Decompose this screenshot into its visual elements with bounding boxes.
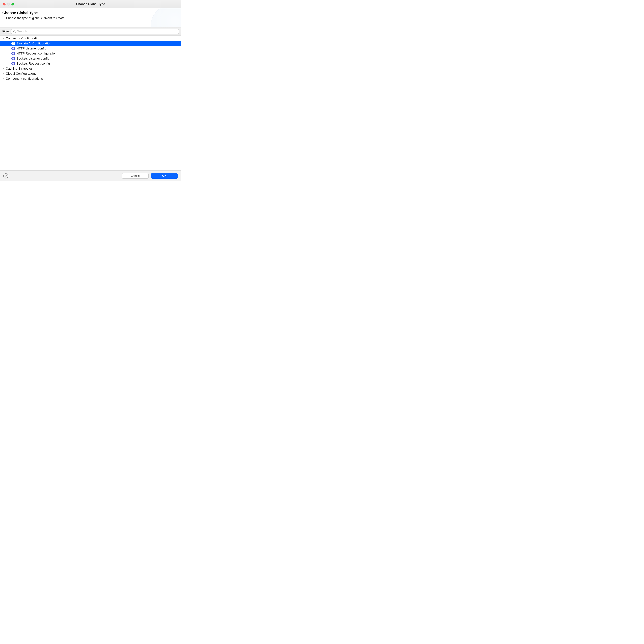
tree-group-label: Global Configurations	[5, 72, 36, 75]
window-minimize-button[interactable]	[7, 3, 10, 5]
help-button[interactable]: ?	[3, 173, 8, 178]
tree-item[interactable]: HTTP Request configuration	[0, 51, 181, 56]
tree-item[interactable]: HTTP Listener config	[0, 46, 181, 51]
tree-group-label: Component configurations	[5, 77, 43, 81]
svg-point-2	[13, 42, 14, 43]
chevron-right-icon[interactable]	[1, 78, 5, 80]
tree-group[interactable]: Component configurations	[0, 76, 181, 81]
tree-item-label: HTTP Request configuration	[16, 52, 57, 55]
page-title: Choose Global Type	[2, 11, 179, 15]
ok-button[interactable]: OK	[151, 173, 178, 179]
tree-group-label: Connector Configuration	[5, 37, 40, 40]
tree-group-label: Caching Strategies	[5, 67, 33, 70]
type-tree[interactable]: Connector ConfigurationEinstein AI Confi…	[0, 36, 181, 170]
window-title: Choose Global Type	[0, 2, 181, 6]
tree-item-label: Einstein AI Configuration	[16, 42, 51, 45]
svg-line-1	[15, 32, 15, 32]
dialog-header: Choose Global Type Choose the type of gl…	[0, 8, 181, 28]
search-icon	[13, 30, 16, 33]
traffic-lights	[3, 3, 14, 5]
chevron-right-icon[interactable]	[1, 73, 5, 75]
titlebar: Choose Global Type	[0, 0, 181, 8]
tree-item-label: Sockets Request config	[16, 62, 50, 65]
filter-bar: Filter:	[0, 28, 181, 36]
window-zoom-button[interactable]	[11, 3, 14, 5]
tree-group[interactable]: Caching Strategies	[0, 66, 181, 71]
dialog-footer: ? Cancel OK	[0, 170, 181, 181]
globe-icon	[11, 52, 15, 55]
tree-item[interactable]: Sockets Request config	[0, 61, 181, 66]
ai-icon	[11, 42, 15, 45]
cancel-button[interactable]: Cancel	[122, 173, 149, 179]
search-input[interactable]	[17, 30, 177, 33]
globe-icon	[11, 62, 15, 65]
chevron-right-icon[interactable]	[1, 68, 5, 70]
tree-group[interactable]: Connector Configuration	[0, 36, 181, 41]
window-close-button[interactable]	[3, 3, 6, 5]
tree-item-label: Sockets Listener config	[16, 57, 49, 60]
tree-item[interactable]: Sockets Listener config	[0, 56, 181, 61]
filter-label: Filter:	[2, 30, 10, 33]
chevron-down-icon[interactable]	[1, 37, 5, 39]
tree-item[interactable]: Einstein AI Configuration	[0, 41, 181, 46]
search-field-wrap[interactable]	[11, 29, 179, 34]
globe-icon	[11, 47, 15, 50]
tree-group[interactable]: Global Configurations	[0, 71, 181, 76]
tree-item-label: HTTP Listener config	[16, 47, 46, 50]
globe-icon	[11, 57, 15, 60]
